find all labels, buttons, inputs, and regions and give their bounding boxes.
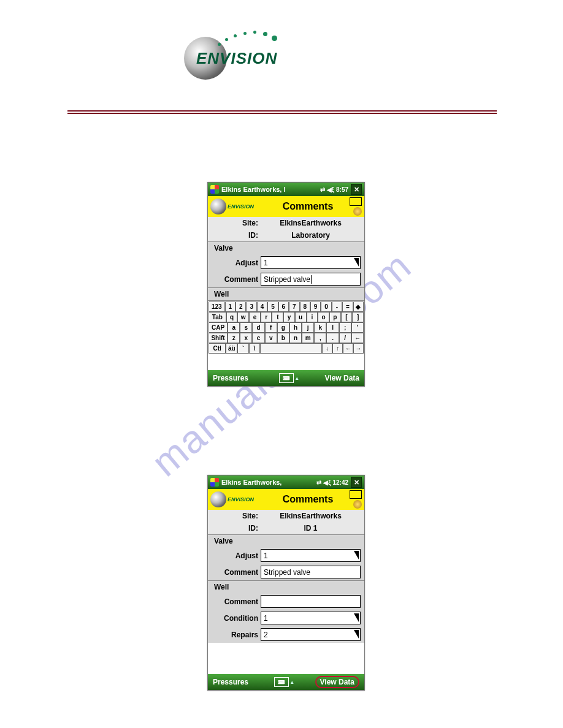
- kb-key[interactable]: h: [289, 322, 302, 333]
- softkey-bar: Pressures ⌨ View Data: [208, 370, 364, 386]
- kb-key[interactable]: q: [226, 312, 238, 322]
- kb-key[interactable]: m: [302, 333, 314, 343]
- adjust-label: Adjust: [212, 259, 261, 267]
- kb-key[interactable]: c: [252, 333, 264, 343]
- repairs-value: 2: [264, 631, 268, 639]
- titlebar: Elkins Earthworks, ⇄ ◀ξ 12:42 ✕: [208, 476, 364, 489]
- kb-key[interactable]: j: [302, 322, 314, 333]
- clock-text: 12:42: [332, 479, 348, 486]
- well-comment-input[interactable]: [261, 595, 361, 608]
- keyboard-toggle-icon[interactable]: ⌨: [274, 677, 289, 687]
- kb-key[interactable]: s: [240, 322, 252, 333]
- kb-key[interactable]: f: [265, 322, 277, 333]
- softkey-right[interactable]: View Data: [315, 676, 359, 688]
- kb-key[interactable]: 1: [225, 301, 236, 312]
- kb-key[interactable]: k: [314, 322, 326, 333]
- kb-key[interactable]: Ctl: [209, 343, 226, 354]
- kb-key-space[interactable]: [260, 343, 322, 354]
- kb-key[interactable]: 5: [267, 301, 278, 312]
- kb-key[interactable]: l: [326, 322, 339, 333]
- close-button[interactable]: ✕: [351, 477, 362, 488]
- kb-key[interactable]: g: [277, 322, 289, 333]
- kb-key[interactable]: i: [307, 312, 318, 322]
- adjust-dropdown[interactable]: 1: [261, 549, 361, 562]
- softkey-left[interactable]: Pressures: [213, 678, 248, 686]
- battery-icon: [350, 197, 362, 206]
- well-section-label: Well: [212, 290, 229, 298]
- kb-key[interactable]: -: [332, 301, 342, 312]
- kb-key[interactable]: ': [351, 322, 364, 333]
- kb-key[interactable]: 0: [321, 301, 331, 312]
- kb-key[interactable]: Tab: [209, 312, 226, 322]
- kb-key[interactable]: ↓: [322, 343, 332, 354]
- kb-key[interactable]: `: [237, 343, 249, 354]
- kb-key[interactable]: o: [318, 312, 329, 322]
- kb-key[interactable]: a: [228, 322, 240, 333]
- id-label: ID:: [212, 231, 261, 240]
- comment-value: Stripped valve: [264, 568, 310, 577]
- battery-icon: [350, 490, 362, 499]
- volume-icon: ◀ξ: [323, 479, 331, 486]
- softkey-bar: Pressures ⌨ View Data: [208, 674, 364, 690]
- repairs-dropdown[interactable]: 2: [261, 628, 361, 641]
- adjust-dropdown[interactable]: 1: [261, 256, 361, 269]
- kb-key[interactable]: v: [265, 333, 277, 343]
- kb-key[interactable]: t: [272, 312, 283, 322]
- kb-key[interactable]: 8: [300, 301, 310, 312]
- comment-value: Stripped valve: [264, 275, 310, 284]
- site-label: Site:: [212, 512, 261, 520]
- brand-text: ENVISION: [196, 49, 277, 68]
- kb-key[interactable]: 9: [310, 301, 321, 312]
- app-title: Elkins Earthworks, l: [221, 186, 318, 193]
- kb-key[interactable]: ]: [352, 312, 364, 322]
- kb-key[interactable]: r: [261, 312, 272, 322]
- kb-key[interactable]: y: [283, 312, 295, 322]
- kb-key[interactable]: ◆: [353, 301, 364, 312]
- kb-key[interactable]: .: [326, 333, 339, 343]
- kb-key[interactable]: 123: [209, 301, 225, 312]
- kb-key[interactable]: 4: [257, 301, 267, 312]
- kb-key[interactable]: 7: [289, 301, 299, 312]
- kb-key[interactable]: u: [295, 312, 307, 322]
- close-button[interactable]: ✕: [351, 184, 362, 195]
- kb-key[interactable]: 3: [246, 301, 256, 312]
- kb-key[interactable]: e: [249, 312, 261, 322]
- comment-input[interactable]: Stripped valve: [261, 273, 361, 286]
- keyboard-toggle-icon[interactable]: ⌨: [279, 373, 294, 383]
- kb-key[interactable]: [: [341, 312, 353, 322]
- condition-dropdown[interactable]: 1: [261, 612, 361, 624]
- titlebar: Elkins Earthworks, l ⇄ ◀ξ 8:57 ✕: [208, 183, 364, 196]
- kb-key[interactable]: w: [237, 312, 249, 322]
- kb-key[interactable]: CAP: [209, 322, 228, 333]
- kb-key[interactable]: áü: [226, 343, 237, 354]
- kb-key[interactable]: Shift: [209, 333, 228, 343]
- kb-key[interactable]: \: [249, 343, 261, 354]
- kb-key[interactable]: p: [329, 312, 341, 322]
- kb-key[interactable]: ;: [339, 322, 351, 333]
- kb-key[interactable]: 2: [236, 301, 246, 312]
- kb-key[interactable]: ←: [351, 333, 364, 343]
- header-divider: [67, 110, 497, 114]
- id-label: ID:: [212, 524, 261, 533]
- connectivity-icon: ⇄: [320, 186, 325, 193]
- kb-key[interactable]: ↑: [332, 343, 343, 354]
- kb-key[interactable]: z: [228, 333, 240, 343]
- kb-key[interactable]: →: [353, 343, 364, 354]
- id-value: Laboratory: [261, 231, 361, 240]
- kb-key[interactable]: x: [240, 333, 252, 343]
- softkey-left[interactable]: Pressures: [213, 374, 248, 382]
- kb-key[interactable]: n: [289, 333, 302, 343]
- softkey-right[interactable]: View Data: [325, 374, 359, 382]
- well-comment-label: Comment: [212, 597, 261, 606]
- kb-key[interactable]: ←: [343, 343, 353, 354]
- kb-key[interactable]: d: [252, 322, 264, 333]
- kb-key[interactable]: ,: [314, 333, 326, 343]
- site-label: Site:: [212, 219, 261, 227]
- kb-key[interactable]: /: [339, 333, 351, 343]
- kb-key[interactable]: =: [342, 301, 353, 312]
- comment-input[interactable]: Stripped valve: [261, 566, 361, 578]
- app-title: Elkins Earthworks,: [221, 479, 314, 486]
- kb-key[interactable]: b: [277, 333, 289, 343]
- onscreen-keyboard[interactable]: 123 1 2 3 4 5 6 7 8 9 0 - = ◆ Tab: [208, 300, 364, 354]
- kb-key[interactable]: 6: [278, 301, 289, 312]
